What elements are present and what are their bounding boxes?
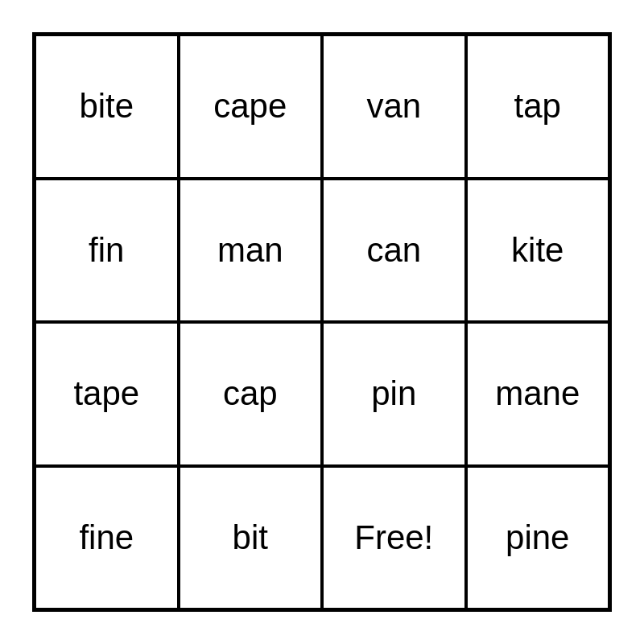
bingo-cell-r0c2[interactable]: van — [322, 35, 466, 179]
bingo-cell-r3c2[interactable]: Free! — [322, 466, 466, 610]
bingo-cell-r0c3[interactable]: tap — [466, 35, 610, 179]
bingo-cell-r1c1[interactable]: man — [179, 179, 323, 323]
bingo-grid: bitecapevantapfinmancankitetapecappinman… — [32, 32, 612, 612]
bingo-cell-r1c0[interactable]: fin — [35, 179, 179, 323]
bingo-cell-r2c1[interactable]: cap — [179, 322, 323, 466]
bingo-cell-r1c2[interactable]: can — [322, 179, 466, 323]
bingo-cell-r2c3[interactable]: mane — [466, 322, 610, 466]
bingo-cell-r3c0[interactable]: fine — [35, 466, 179, 610]
bingo-cell-r1c3[interactable]: kite — [466, 179, 610, 323]
bingo-cell-r3c3[interactable]: pine — [466, 466, 610, 610]
bingo-cell-r2c2[interactable]: pin — [322, 322, 466, 466]
bingo-cell-r3c1[interactable]: bit — [179, 466, 323, 610]
bingo-cell-r2c0[interactable]: tape — [35, 322, 179, 466]
bingo-cell-r0c0[interactable]: bite — [35, 35, 179, 179]
bingo-cell-r0c1[interactable]: cape — [179, 35, 323, 179]
